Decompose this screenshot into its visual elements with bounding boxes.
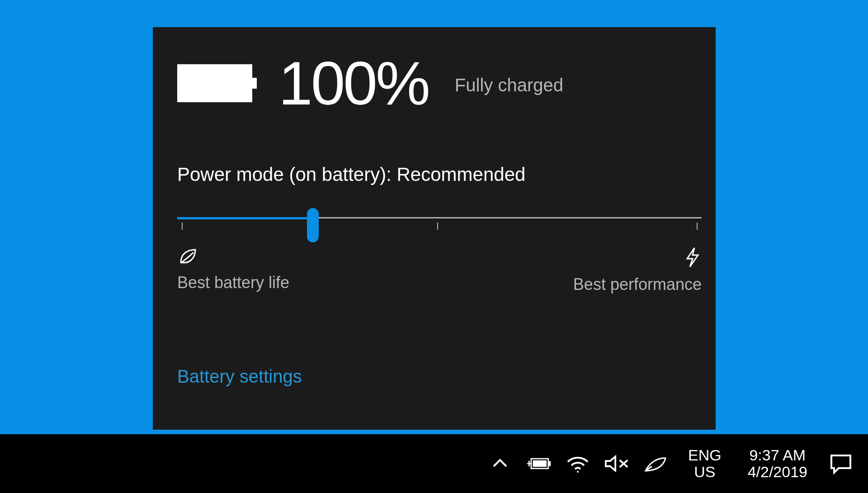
slider-right-label: Best performance — [573, 275, 702, 294]
slider-end-right: Best performance — [573, 247, 702, 294]
battery-settings-link[interactable]: Battery settings — [177, 366, 691, 387]
action-center-icon[interactable] — [827, 453, 854, 474]
slider-end-labels: Best battery life Best performance — [177, 247, 702, 294]
power-mode-label: Power mode (on battery): Recommended — [177, 164, 691, 185]
battery-flyout: 100% Fully charged Power mode (on batter… — [153, 27, 716, 430]
tray-overflow-button[interactable] — [487, 451, 513, 476]
slider-end-left: Best battery life — [177, 247, 289, 294]
power-mode-slider[interactable] — [177, 204, 702, 234]
volume-muted-tray-icon[interactable] — [604, 451, 629, 476]
battery-status: Fully charged — [455, 71, 563, 95]
slider-thumb[interactable] — [307, 208, 319, 242]
leaf-icon — [177, 247, 289, 268]
battery-percent: 100% — [278, 52, 429, 114]
pen-tray-icon[interactable] — [643, 451, 668, 476]
svg-rect-1 — [548, 461, 551, 466]
wifi-tray-icon[interactable] — [565, 451, 590, 476]
desktop: 100% Fully charged Power mode (on batter… — [0, 0, 868, 493]
svg-point-3 — [577, 471, 579, 473]
battery-tray-icon[interactable] — [526, 451, 552, 476]
battery-summary-row: 100% Fully charged — [177, 52, 691, 114]
battery-icon — [177, 64, 252, 102]
clock-time: 9:37 AM — [749, 447, 806, 464]
lightning-icon — [684, 247, 702, 270]
taskbar: ENG US 9:37 AM 4/2/2019 — [0, 434, 868, 493]
language-bottom: US — [694, 464, 715, 480]
language-indicator[interactable]: ENG US — [682, 447, 728, 481]
language-top: ENG — [688, 447, 722, 464]
clock[interactable]: 9:37 AM 4/2/2019 — [741, 447, 814, 481]
svg-rect-2 — [533, 460, 547, 467]
slider-left-label: Best battery life — [177, 273, 289, 292]
clock-date: 4/2/2019 — [748, 464, 807, 480]
